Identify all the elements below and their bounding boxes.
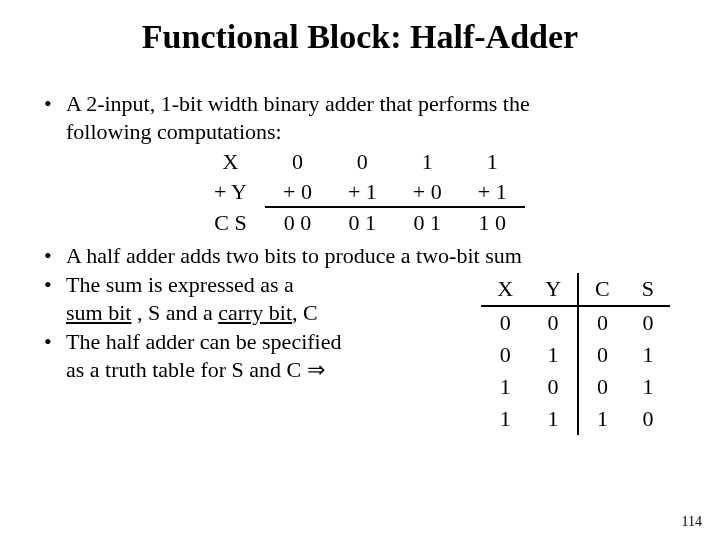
add-cs-2: 0 1 (330, 207, 395, 238)
bullet-3-end: , C (292, 300, 318, 325)
add-row-cs: C S 0 0 0 1 0 1 1 0 (196, 207, 525, 238)
truth-1-y: 1 (529, 339, 578, 371)
bullet-4-line-2: as a truth table for S and C (66, 357, 307, 382)
add-cs-3: 0 1 (395, 207, 460, 238)
add-y-4: + 1 (460, 177, 525, 208)
sum-bit-underline: sum bit (66, 300, 131, 325)
truth-3-x: 1 (481, 403, 529, 435)
truth-h-x: X (481, 273, 529, 306)
add-x-1: 0 (265, 147, 330, 177)
truth-0-c: 0 (578, 306, 626, 339)
truth-h-y: Y (529, 273, 578, 306)
add-x-4: 1 (460, 147, 525, 177)
truth-1-s: 1 (626, 339, 670, 371)
slide-title: Functional Block: Half-Adder (40, 18, 680, 56)
truth-3-c: 1 (578, 403, 626, 435)
truth-h-s: S (626, 273, 670, 306)
truth-0-x: 0 (481, 306, 529, 339)
bullet-3-line-1: The sum is expressed as a (66, 272, 294, 297)
truth-h-c: C (578, 273, 626, 306)
add-label-x: X (196, 147, 265, 177)
truth-3-y: 1 (529, 403, 578, 435)
add-y-2: + 1 (330, 177, 395, 208)
page-number: 114 (682, 514, 702, 530)
truth-0-s: 0 (626, 306, 670, 339)
bullet-1-line-1: A 2-input, 1-bit width binary adder that… (66, 91, 530, 116)
truth-2-x: 1 (481, 371, 529, 403)
arrow-icon: ⇒ (307, 357, 325, 382)
truth-2-y: 0 (529, 371, 578, 403)
add-y-1: + 0 (265, 177, 330, 208)
add-y-3: + 0 (395, 177, 460, 208)
truth-row-0: 0 0 0 0 (481, 306, 670, 339)
add-label-cs: C S (196, 207, 265, 238)
truth-header: X Y C S (481, 273, 670, 306)
add-row-x: X 0 0 1 1 (196, 147, 525, 177)
bullet-3-mid: , S and a (131, 300, 218, 325)
truth-row-3: 1 1 1 0 (481, 403, 670, 435)
truth-row-1: 0 1 0 1 (481, 339, 670, 371)
bullet-3: The sum is expressed as a sum bit , S an… (40, 271, 481, 326)
add-cs-1: 0 0 (265, 207, 330, 238)
add-x-3: 1 (395, 147, 460, 177)
addition-table: X 0 0 1 1 + Y + 0 + 1 + 0 + 1 C S 0 0 0 … (196, 147, 525, 238)
truth-2-s: 1 (626, 371, 670, 403)
bullet-4-line-1: The half adder can be specified (66, 329, 341, 354)
add-x-2: 0 (330, 147, 395, 177)
bullet-2: A half adder adds two bits to produce a … (40, 242, 680, 270)
add-row-y: + Y + 0 + 1 + 0 + 1 (196, 177, 525, 208)
bullet-1-line-2: following computations: (66, 119, 282, 144)
truth-row-2: 1 0 0 1 (481, 371, 670, 403)
truth-2-c: 0 (578, 371, 626, 403)
bullet-4: The half adder can be specified as a tru… (40, 328, 481, 383)
truth-1-c: 0 (578, 339, 626, 371)
truth-3-s: 0 (626, 403, 670, 435)
bullet-1: A 2-input, 1-bit width binary adder that… (40, 90, 680, 238)
truth-1-x: 0 (481, 339, 529, 371)
truth-table: X Y C S 0 0 0 0 0 1 0 1 1 0 0 1 (481, 273, 670, 435)
add-label-y: + Y (196, 177, 265, 208)
truth-0-y: 0 (529, 306, 578, 339)
add-cs-4: 1 0 (460, 207, 525, 238)
carry-bit-underline: carry bit (218, 300, 292, 325)
